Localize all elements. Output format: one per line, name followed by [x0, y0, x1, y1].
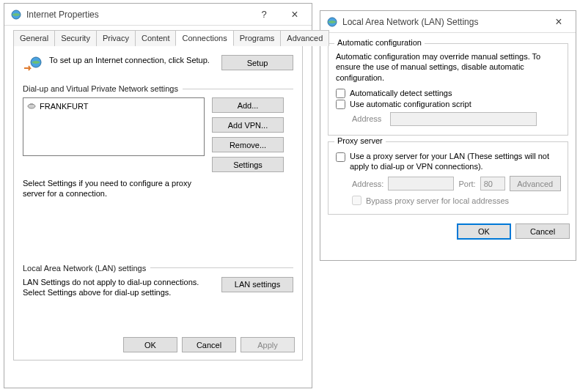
tab-connections[interactable]: Connections — [175, 30, 233, 46]
setup-instruction-text: To set up an Internet connection, click … — [49, 55, 221, 65]
tab-panel-connections: To set up an Internet connection, click … — [13, 45, 303, 360]
proxy-address-input — [388, 177, 454, 191]
script-address-input — [390, 112, 537, 126]
connections-listbox[interactable]: FRANKFURT — [23, 97, 205, 156]
advanced-button: Advanced — [510, 176, 561, 191]
automatic-configuration-group: Automatic configuration Automatic config… — [328, 43, 568, 136]
auto-script-checkbox[interactable]: Use automatic configuration script — [336, 100, 560, 109]
tab-privacy[interactable]: Privacy — [96, 30, 136, 46]
add-button[interactable]: Add... — [212, 97, 284, 113]
ok-button[interactable]: OK — [123, 337, 177, 352]
window-title: Local Area Network (LAN) Settings — [342, 17, 543, 27]
lan-instruction-text: LAN Settings do not apply to dial-up con… — [23, 277, 206, 298]
lan-section-label: Local Area Network (LAN) settings — [23, 264, 293, 273]
proxy-server-group: Proxy server Use a proxy server for your… — [328, 141, 568, 215]
setup-button[interactable]: Setup — [221, 55, 293, 70]
internet-options-icon — [10, 9, 22, 21]
cancel-button[interactable]: Cancel — [515, 223, 570, 239]
auto-detect-checkbox[interactable]: Automatically detect settings — [336, 89, 560, 98]
tab-general[interactable]: General — [13, 30, 55, 46]
tab-advanced[interactable]: Advanced — [280, 30, 329, 46]
internet-properties-window: Internet Properties ? × General Security… — [4, 3, 312, 388]
svg-point-2 — [28, 104, 35, 108]
close-button[interactable]: × — [279, 4, 310, 25]
add-vpn-button[interactable]: Add VPN... — [212, 117, 284, 133]
connection-name: FRANKFURT — [40, 102, 88, 111]
lan-settings-window: Local Area Network (LAN) Settings × Auto… — [320, 10, 576, 261]
list-item[interactable]: FRANKFURT — [25, 100, 202, 113]
select-settings-text: Select Settings if you need to configure… — [23, 178, 206, 199]
proxy-address-label: Address: — [352, 180, 383, 188]
auto-config-text: Automatic configuration may override man… — [336, 51, 560, 83]
settings-button[interactable]: Settings — [212, 157, 284, 172]
tab-strip: General Security Privacy Content Connect… — [13, 30, 303, 46]
auto-script-input[interactable] — [336, 100, 345, 109]
bypass-local-checkbox: Bypass proxy server for local addresses — [352, 196, 560, 205]
lan-settings-button[interactable]: LAN settings — [221, 277, 293, 292]
apply-button[interactable]: Apply — [241, 337, 295, 352]
auto-detect-input[interactable] — [336, 89, 345, 98]
connection-icon — [26, 100, 37, 112]
window-title: Internet Properties — [26, 10, 249, 20]
bypass-local-input — [352, 196, 361, 205]
group-label: Automatic configuration — [334, 38, 425, 47]
ok-button[interactable]: OK — [457, 223, 511, 240]
connection-wizard-icon — [23, 55, 43, 77]
proxy-port-input — [480, 177, 505, 191]
proxy-port-label: Port: — [458, 180, 475, 188]
script-address-label: Address — [352, 114, 386, 123]
help-button[interactable]: ? — [249, 4, 279, 25]
tab-security[interactable]: Security — [54, 30, 97, 46]
cancel-button[interactable]: Cancel — [182, 337, 236, 352]
tab-content[interactable]: Content — [135, 30, 177, 46]
remove-button[interactable]: Remove... — [212, 137, 284, 152]
lan-settings-icon — [326, 16, 338, 28]
close-button[interactable]: × — [543, 12, 574, 32]
titlebar: Local Area Network (LAN) Settings × — [320, 11, 576, 33]
use-proxy-checkbox[interactable]: Use a proxy server for your LAN (These s… — [336, 151, 560, 172]
tab-programs[interactable]: Programs — [233, 30, 282, 46]
group-label: Proxy server — [334, 136, 386, 145]
use-proxy-input[interactable] — [336, 152, 345, 162]
titlebar: Internet Properties ? × — [4, 4, 312, 26]
dialup-section-label: Dial-up and Virtual Private Network sett… — [23, 84, 293, 93]
